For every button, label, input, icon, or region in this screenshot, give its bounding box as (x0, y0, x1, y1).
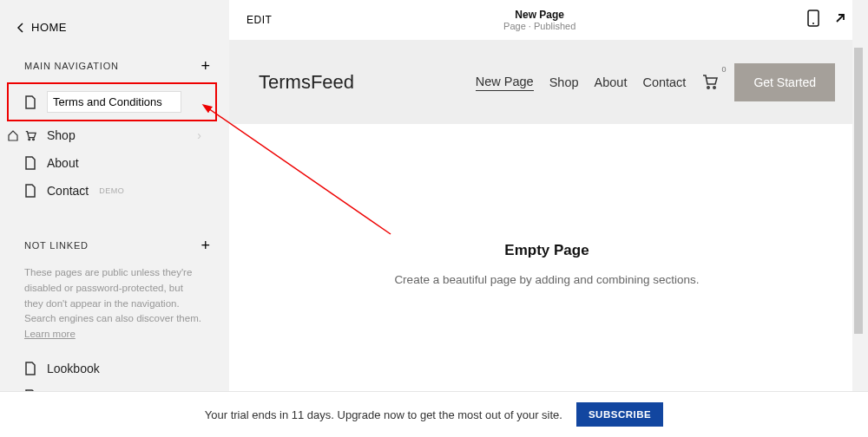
sidebar: HOME MAIN NAVIGATION + Shop › About Cont… (0, 0, 226, 437)
sidebar-item-rename[interactable] (0, 82, 226, 121)
open-external-icon[interactable] (833, 11, 847, 29)
page-rename-input[interactable] (47, 91, 181, 113)
cart-icon (24, 128, 36, 142)
mobile-preview-icon[interactable] (807, 10, 819, 30)
chevron-left-icon (16, 23, 26, 33)
page-icon (24, 184, 36, 198)
sidebar-item-label: Shop (47, 128, 76, 142)
main-nav-header: MAIN NAVIGATION + (0, 49, 226, 82)
svg-point-0 (29, 139, 30, 140)
site-header: TermsFeed New Page Shop About Contact 0 … (229, 41, 865, 124)
home-indicator-icon (7, 129, 19, 141)
not-linked-help-text: These pages are public unless they're di… (0, 262, 226, 355)
main-nav-title: MAIN NAVIGATION (24, 61, 119, 71)
sidebar-item-contact[interactable]: Contact DEMO (0, 177, 226, 205)
nav-link-about[interactable]: About (595, 75, 628, 89)
cart-button[interactable]: 0 (701, 74, 719, 92)
subscribe-button[interactable]: SUBSCRIBE (576, 402, 663, 427)
svg-point-3 (812, 23, 814, 24)
cart-count: 0 (721, 65, 726, 74)
sidebar-item-shop[interactable]: Shop › (0, 121, 226, 149)
not-linked-title: NOT LINKED (24, 240, 89, 251)
get-started-button[interactable]: Get Started (734, 63, 835, 101)
preview-page-title: New Page (272, 9, 807, 21)
preview-header: EDIT New Page Page · Published (229, 0, 865, 41)
sidebar-item-about[interactable]: About (0, 149, 226, 177)
empty-page-subtitle: Create a beautiful page by adding and co… (394, 273, 699, 286)
learn-more-link[interactable]: Learn more (24, 329, 76, 339)
empty-page-title: Empty Page (504, 242, 589, 259)
scrollbar-thumb[interactable] (854, 48, 863, 334)
sidebar-item-label: About (47, 156, 79, 170)
sidebar-item-label: Contact (47, 184, 89, 198)
page-icon (24, 156, 36, 170)
svg-point-5 (713, 86, 715, 88)
home-label: HOME (31, 21, 67, 34)
page-icon (24, 95, 36, 109)
page-canvas[interactable]: Empty Page Create a beautiful page by ad… (229, 124, 865, 404)
trial-bar: Your trial ends in 11 days. Upgrade now … (0, 391, 868, 437)
sidebar-item-lookbook[interactable]: Lookbook (0, 355, 226, 382)
svg-point-4 (707, 86, 709, 88)
trial-message: Your trial ends in 11 days. Upgrade now … (205, 408, 562, 421)
nav-link-contact[interactable]: Contact (642, 75, 686, 89)
edit-button[interactable]: EDIT (247, 14, 272, 26)
svg-point-1 (33, 139, 35, 140)
preview-scrollbar[interactable] (852, 0, 865, 437)
page-icon (24, 362, 36, 375)
nav-link-shop[interactable]: Shop (549, 75, 579, 89)
nav-link-new-page[interactable]: New Page (476, 75, 534, 91)
add-not-linked-button[interactable]: + (201, 238, 210, 253)
site-brand[interactable]: TermsFeed (259, 71, 354, 94)
preview-page-status: Page · Published (272, 21, 807, 31)
demo-badge: DEMO (99, 186, 124, 195)
add-page-button[interactable]: + (201, 58, 210, 74)
site-nav: New Page Shop About Contact 0 Get Starte… (476, 63, 835, 101)
preview-pane: EDIT New Page Page · Published TermsFeed (226, 0, 868, 437)
not-linked-header: NOT LINKED + (0, 229, 226, 262)
chevron-right-icon: › (197, 128, 201, 142)
back-home-button[interactable]: HOME (0, 16, 226, 49)
sidebar-item-label: Lookbook (47, 362, 100, 375)
